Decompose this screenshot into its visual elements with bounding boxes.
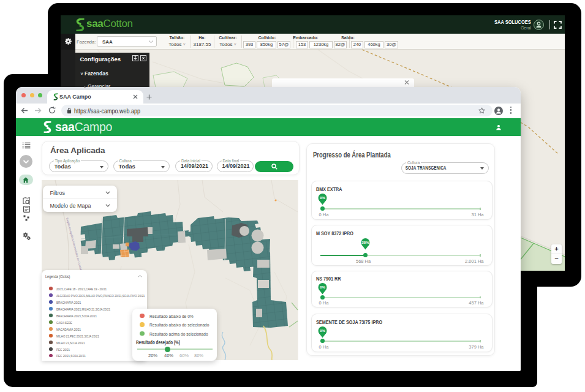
svg-text:0%: 0% xyxy=(320,329,325,333)
svg-text:0%: 0% xyxy=(320,285,325,289)
svg-text:0%: 0% xyxy=(320,196,325,200)
svg-text:28%: 28% xyxy=(361,241,369,244)
